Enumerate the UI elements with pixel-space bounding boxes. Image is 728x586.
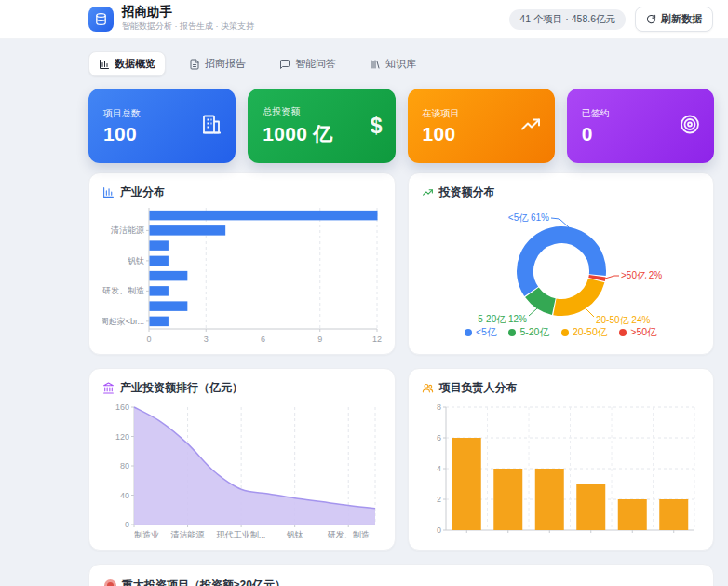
svg-text:周起家<br...: 周起家<br...	[102, 317, 144, 326]
document-icon	[189, 59, 200, 70]
svg-text:0: 0	[125, 520, 129, 529]
svg-text:40: 40	[120, 491, 129, 500]
chart-title-row: 产业分布	[102, 184, 382, 200]
tab-1[interactable]: 招商报告	[179, 51, 256, 76]
investment-distribution-chart: <5亿 61%>50亿 2%20-50亿 24%5-20亿 12%<5亿5-20…	[422, 206, 701, 348]
red-circle-icon	[104, 579, 116, 586]
svg-text:钒钛: 钒钛	[287, 530, 303, 539]
investment-ranking-chart: 04080120160制造业清洁能源现代工业制...钒钛研发、制造	[102, 402, 382, 543]
svg-text:研发、制造: 研发、制造	[102, 286, 144, 295]
app-subtitle: 智能数据分析 · 报告生成 · 决策支持	[122, 20, 254, 33]
dollar-icon: $	[371, 114, 383, 139]
chart-title: 项目负责人分布	[439, 380, 518, 396]
investment-ranking-card: 产业投资额排行（亿元） 04080120160制造业清洁能源现代工业制...钒钛…	[88, 368, 396, 551]
tab-0[interactable]: 数据概览	[88, 51, 166, 76]
svg-text:制造业: 制造业	[134, 530, 159, 539]
svg-text:120: 120	[115, 432, 129, 442]
stat-card-0: 项目总数100	[88, 89, 236, 163]
nav-tabs: 数据概览招商报告智能问答知识库	[88, 51, 714, 76]
svg-text:<5亿 61%: <5亿 61%	[507, 212, 548, 223]
donut-legend: <5亿5-20亿20-50亿>50亿	[422, 326, 701, 339]
tab-3[interactable]: 知识库	[359, 51, 426, 76]
stat-cards: 项目总数100总投资额1000 亿$在谈项目100已签约0	[88, 89, 714, 163]
svg-text:5-20亿 12%: 5-20亿 12%	[478, 314, 527, 324]
refresh-button[interactable]: 刷新数据	[635, 7, 713, 32]
trending-up-icon	[422, 186, 434, 198]
svg-text:12: 12	[372, 334, 382, 344]
chart-title: 投资额分布	[439, 184, 495, 200]
stat-card-3: 已签约0	[567, 89, 714, 163]
database-icon	[88, 7, 114, 32]
svg-text:2: 2	[436, 495, 440, 504]
tab-label: 知识库	[385, 57, 416, 71]
project-summary-badge: 41 个项目 · 458.6亿元	[509, 9, 626, 30]
dashboard-main: 数据概览招商报告智能问答知识库 项目总数100总投资额1000 亿$在谈项目10…	[0, 39, 728, 586]
svg-text:清洁能源: 清洁能源	[170, 530, 205, 539]
stat-label: 总投资额	[263, 105, 380, 118]
investment-distribution-card: 投资额分布 <5亿 61%>50亿 2%20-50亿 24%5-20亿 12%<…	[408, 172, 715, 355]
legend-item-3[interactable]: >50亿	[619, 326, 656, 339]
legend-dot	[508, 329, 516, 336]
legend-dot	[465, 329, 472, 336]
chat-bubble-icon	[279, 59, 290, 70]
legend-label: 20-50亿	[573, 326, 607, 339]
tab-label: 招商报告	[205, 57, 246, 71]
building-icon	[200, 114, 222, 139]
chart-title-row: 产业投资额排行（亿元）	[102, 380, 382, 396]
legend-item-2[interactable]: 20-50亿	[561, 326, 607, 339]
bank-icon	[102, 382, 115, 394]
project-owner-card: 项目负责人分布 02468	[408, 368, 715, 551]
svg-text:3: 3	[204, 334, 209, 344]
legend-label: 5-20亿	[519, 326, 549, 339]
legend-item-0[interactable]: <5亿	[465, 326, 496, 339]
trending-up-icon	[519, 114, 542, 139]
project-owner-chart: 02468	[422, 402, 701, 543]
section-title: 重大投资项目（投资额≥20亿元）	[122, 578, 286, 586]
section-title-row: 重大投资项目（投资额≥20亿元）	[104, 578, 698, 586]
chart-title-row: 投资额分布	[422, 184, 701, 200]
major-projects-card: 重大投资项目（投资额≥20亿元）	[88, 564, 714, 586]
svg-text:4: 4	[436, 464, 440, 473]
svg-text:钒钛: 钒钛	[128, 256, 144, 266]
legend-dot	[561, 329, 569, 336]
target-icon	[679, 114, 701, 139]
charts-grid: 产业分布 036912清洁能源钒钛研发、制造周起家<br... 投资额分布 <5…	[88, 172, 714, 551]
svg-text:0: 0	[146, 334, 151, 344]
svg-text:160: 160	[115, 402, 129, 412]
svg-text:6: 6	[261, 334, 265, 344]
industry-distribution-card: 产业分布 036912清洁能源钒钛研发、制造周起家<br...	[88, 172, 396, 355]
bar-chart-icon	[102, 186, 115, 198]
chart-title: 产业分布	[120, 184, 165, 200]
chart-title-row: 项目负责人分布	[422, 380, 701, 396]
legend-label: >50亿	[630, 326, 656, 339]
tab-label: 智能问答	[295, 57, 336, 71]
stat-card-1: 总投资额1000 亿$	[248, 89, 395, 163]
library-icon	[370, 59, 381, 70]
svg-text:80: 80	[120, 461, 129, 470]
tab-label: 数据概览	[115, 57, 155, 71]
svg-text:8: 8	[436, 402, 440, 412]
svg-text:研发、制造: 研发、制造	[328, 530, 370, 539]
svg-text:9: 9	[317, 334, 322, 344]
tab-2[interactable]: 智能问答	[269, 51, 346, 76]
refresh-label: 刷新数据	[661, 12, 702, 26]
svg-text:6: 6	[436, 433, 440, 443]
svg-text:0: 0	[436, 525, 440, 535]
svg-text:清洁能源: 清洁能源	[110, 225, 144, 235]
legend-item-1[interactable]: 5-20亿	[508, 326, 549, 339]
svg-text:现代工业制...: 现代工业制...	[216, 530, 266, 539]
svg-text:>50亿 2%: >50亿 2%	[621, 270, 662, 280]
app-header: 招商助手 智能数据分析 · 报告生成 · 决策支持 41 个项目 · 458.6…	[0, 0, 728, 39]
users-icon	[422, 382, 434, 394]
chart-title: 产业投资额排行（亿元）	[120, 380, 243, 396]
bar-chart-icon	[99, 59, 110, 70]
svg-text:20-50亿 24%: 20-50亿 24%	[596, 315, 650, 325]
refresh-icon	[646, 14, 656, 24]
stat-value: 1000 亿	[263, 121, 380, 147]
legend-label: <5亿	[476, 326, 496, 339]
industry-distribution-chart: 036912清洁能源钒钛研发、制造周起家<br...	[102, 206, 382, 348]
legend-dot	[619, 329, 627, 336]
app-title: 招商助手	[122, 6, 254, 20]
stat-card-2: 在谈项目100	[408, 89, 555, 163]
